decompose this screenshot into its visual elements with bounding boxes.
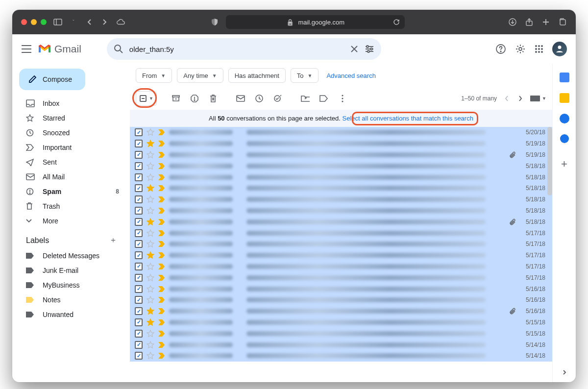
advanced-search-link[interactable]: Advanced search	[326, 72, 375, 79]
row-checkbox[interactable]	[135, 162, 143, 170]
message-row[interactable]: 5/18/18	[130, 205, 552, 217]
importance-icon[interactable]	[158, 196, 165, 202]
row-checkbox[interactable]	[135, 285, 143, 293]
row-checkbox[interactable]	[135, 318, 143, 326]
star-icon[interactable]	[147, 296, 154, 304]
row-checkbox[interactable]	[135, 251, 143, 259]
tab-dropdown-icon[interactable]: ˇ	[69, 18, 78, 26]
nav-more[interactable]: More	[15, 214, 125, 228]
message-row[interactable]: 5/14/18	[130, 339, 552, 350]
importance-icon[interactable]	[158, 129, 165, 135]
label-item[interactable]: Deleted Messages	[15, 248, 125, 263]
select-all-matching-link[interactable]: Select all conversations that match this…	[343, 115, 473, 122]
support-icon[interactable]	[495, 44, 506, 54]
star-icon[interactable]	[147, 151, 154, 159]
message-row[interactable]: 5/18/18	[130, 194, 552, 205]
nav-starred[interactable]: Starred	[15, 111, 125, 125]
message-row[interactable]: 5/15/18	[130, 328, 552, 339]
clear-search-icon[interactable]	[350, 45, 359, 53]
new-tab-icon[interactable]	[541, 18, 550, 26]
forward-icon[interactable]	[100, 18, 109, 26]
settings-icon[interactable]	[515, 44, 526, 54]
importance-icon[interactable]	[158, 353, 165, 359]
row-checkbox[interactable]	[135, 274, 143, 282]
importance-icon[interactable]	[158, 174, 165, 180]
search-input[interactable]	[129, 45, 344, 53]
move-to-button[interactable]	[297, 90, 314, 107]
search-bar[interactable]	[107, 38, 381, 60]
star-icon[interactable]	[147, 330, 154, 338]
star-icon[interactable]	[147, 140, 154, 147]
label-item[interactable]: Unwanted	[15, 307, 125, 322]
importance-icon[interactable]	[158, 319, 165, 325]
select-all-control[interactable]: ▼	[136, 91, 157, 106]
message-row[interactable]: 5/17/18	[130, 272, 552, 283]
mark-unread-button[interactable]	[232, 90, 249, 107]
row-checkbox[interactable]	[135, 151, 143, 159]
message-row[interactable]: 5/15/18	[130, 317, 552, 328]
cloud-icon[interactable]	[116, 18, 125, 26]
row-checkbox[interactable]	[135, 218, 143, 226]
importance-icon[interactable]	[158, 264, 165, 269]
star-icon[interactable]	[147, 207, 154, 215]
importance-icon[interactable]	[158, 141, 165, 146]
archive-button[interactable]	[168, 90, 184, 107]
importance-icon[interactable]	[158, 286, 165, 292]
nav-spam[interactable]: Spam8	[15, 184, 125, 199]
star-icon[interactable]	[147, 307, 154, 315]
nav-allmail[interactable]: All Mail	[15, 170, 125, 184]
importance-icon[interactable]	[158, 208, 165, 214]
tasks-addon-icon[interactable]	[560, 114, 569, 123]
more-actions-button[interactable]	[334, 90, 351, 107]
importance-icon[interactable]	[158, 252, 165, 258]
message-row[interactable]: 5/18/18	[130, 216, 552, 227]
label-item[interactable]: Junk E-mail	[15, 263, 125, 278]
next-page-button[interactable]	[516, 94, 524, 103]
shield-icon[interactable]	[210, 18, 219, 26]
message-row[interactable]: 5/18/18	[130, 160, 552, 171]
snooze-button[interactable]	[251, 90, 268, 107]
star-icon[interactable]	[147, 318, 154, 326]
row-checkbox[interactable]	[135, 330, 143, 338]
importance-icon[interactable]	[158, 241, 165, 247]
row-checkbox[interactable]	[135, 207, 143, 215]
message-row[interactable]: 5/18/18	[130, 171, 552, 183]
row-checkbox[interactable]	[135, 263, 143, 270]
row-checkbox[interactable]	[135, 140, 143, 147]
contacts-addon-icon[interactable]	[560, 134, 569, 143]
star-icon[interactable]	[147, 251, 154, 259]
report-spam-button[interactable]	[186, 90, 203, 107]
message-row[interactable]: 5/18/18	[130, 183, 552, 194]
chip-anytime[interactable]: Any time▼	[177, 68, 223, 83]
star-icon[interactable]	[147, 195, 154, 203]
star-icon[interactable]	[147, 341, 154, 349]
star-icon[interactable]	[147, 285, 154, 293]
star-icon[interactable]	[147, 229, 154, 237]
star-icon[interactable]	[147, 184, 154, 192]
row-checkbox[interactable]	[135, 184, 143, 192]
importance-icon[interactable]	[158, 185, 165, 191]
label-item[interactable]: Notes	[15, 292, 125, 307]
main-menu-icon[interactable]	[21, 45, 32, 53]
importance-icon[interactable]	[158, 152, 165, 158]
message-row[interactable]: 5/19/18	[130, 149, 552, 161]
message-row[interactable]: 5/16/18	[130, 283, 552, 294]
scrollbar-thumb[interactable]	[547, 127, 552, 195]
star-icon[interactable]	[147, 128, 154, 136]
collapse-panel-icon[interactable]	[562, 369, 567, 375]
calendar-addon-icon[interactable]	[560, 73, 569, 82]
apps-grid-icon[interactable]	[535, 45, 543, 53]
importance-icon[interactable]	[158, 230, 165, 236]
back-icon[interactable]	[85, 18, 94, 26]
labels-button[interactable]	[316, 90, 332, 107]
importance-icon[interactable]	[158, 297, 165, 303]
search-options-icon[interactable]	[365, 45, 374, 53]
address-bar[interactable]: 🔒 mail.google.com	[226, 15, 405, 29]
gmail-logo[interactable]: Gmail	[38, 43, 81, 55]
minimize-window-button[interactable]	[31, 19, 37, 25]
message-row[interactable]: 5/16/18	[130, 306, 552, 317]
nav-important[interactable]: Important	[15, 140, 125, 155]
message-list[interactable]: 5/20/185/19/185/19/185/18/185/18/185/18/…	[130, 127, 552, 382]
message-row[interactable]: 5/17/18	[130, 239, 552, 250]
row-checkbox[interactable]	[135, 307, 143, 315]
